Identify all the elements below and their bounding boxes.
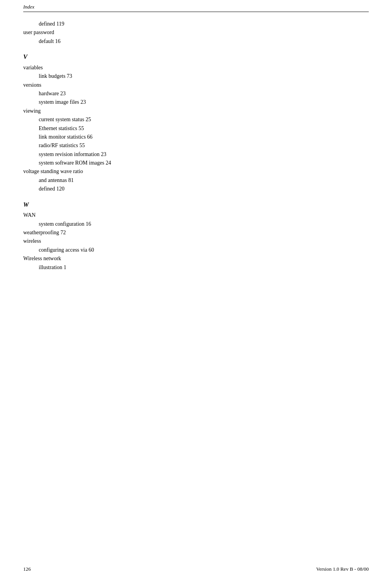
page-number: 126 [23,566,31,572]
top-entry: voltage standing wave ratio [23,167,369,176]
top-entry: wireless [23,237,369,245]
sub-entry: link budgets 73 [39,72,369,81]
sub-entry: defined 119 [39,20,369,28]
sub-entry: hardware 23 [39,89,369,98]
top-entry: Wireless network [23,254,369,263]
version-info: Version 1.0 Rev B - 08/00 [316,566,369,572]
sub-entry: system image files 23 [39,98,369,106]
sub-entry: configuring access via 60 [39,246,369,254]
sub-entry: current system status 25 [39,115,369,124]
header-title: Index [23,4,34,10]
index-content: defined 119user passworddefault 16Vvaria… [23,20,369,272]
page-header: Index [23,4,369,12]
top-entry: versions [23,81,369,89]
top-entry: weatherproofing 72 [23,228,369,237]
top-entry: variables [23,63,369,72]
sub-entry: system revision information 23 [39,150,369,159]
sub-entry: and antennas 81 [39,176,369,185]
sub-entry: defined 120 [39,185,369,193]
section-letter: W [23,200,369,210]
top-entry: viewing [23,107,369,115]
sub-entry: radio/RF statistics 55 [39,141,369,150]
sub-entry: system configuration 16 [39,220,369,228]
sub-entry: system software ROM images 24 [39,159,369,167]
sub-entry: illustration 1 [39,263,369,272]
top-entry: WAN [23,211,369,220]
section-letter: V [23,52,369,62]
page-footer: 126 Version 1.0 Rev B - 08/00 [23,566,369,572]
page-container: Index defined 119user passworddefault 16… [0,0,392,580]
top-entry: user password [23,28,369,37]
sub-entry: default 16 [39,37,369,46]
sub-entry: link monitor statistics 66 [39,133,369,141]
sub-entry: Ethernet statistics 55 [39,124,369,133]
